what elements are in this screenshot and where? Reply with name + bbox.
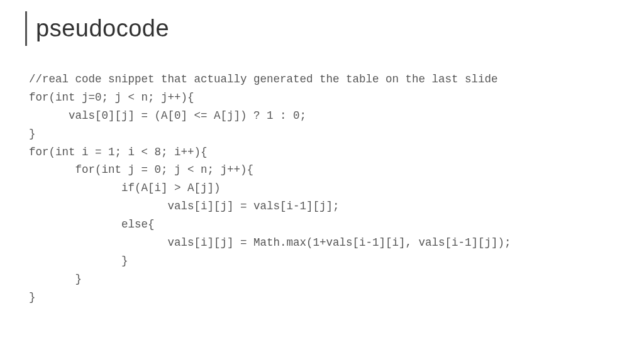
code-line: }: [29, 273, 82, 285]
code-line: for(int i = 1; i < 8; i++){: [29, 146, 208, 158]
code-line: vals[i][j] = Math.max(1+vals[i-1][i], va…: [29, 236, 511, 249]
code-line: if(A[i] > A[j]): [29, 182, 221, 194]
code-line: vals[i][j] = vals[i-1][j];: [29, 200, 340, 212]
code-line: for(int j = 0; j < n; j++){: [29, 163, 253, 176]
code-line: }: [29, 255, 128, 267]
code-line: else{: [29, 218, 155, 231]
title-container: pseudocode: [25, 11, 169, 46]
code-line: //real code snippet that actually genera…: [29, 73, 498, 85]
code-line: for(int j=0; j < n; j++){: [29, 91, 194, 104]
code-line: }: [29, 291, 36, 304]
code-line: }: [29, 128, 36, 140]
code-block: //real code snippet that actually genera…: [29, 70, 619, 306]
code-line: vals[0][j] = (A[0] <= A[j]) ? 1 : 0;: [29, 109, 306, 122]
slide-title: pseudocode: [36, 15, 169, 42]
